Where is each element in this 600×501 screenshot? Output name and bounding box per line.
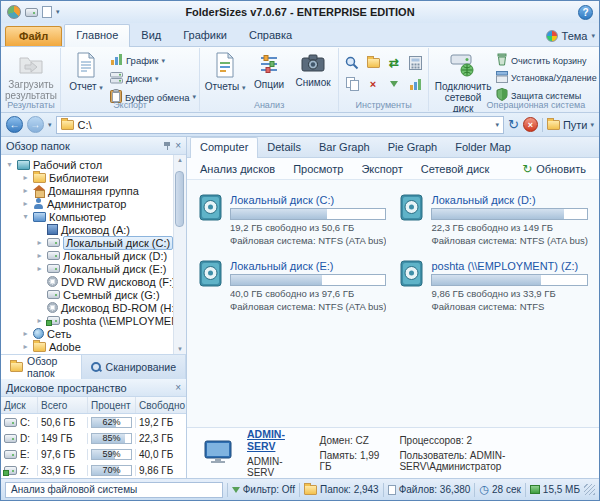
status-filter[interactable]: Фильтр: Off — [232, 484, 295, 495]
disk-row[interactable]: E: 97,6 ГБ 59% 40,0 ГБ — [1, 446, 186, 462]
col-total[interactable]: Всего — [38, 397, 88, 413]
options-button[interactable]: Опции — [249, 50, 289, 92]
menu-analyze-disks[interactable]: Анализ дисков — [191, 160, 284, 178]
col-free[interactable]: Свободно — [136, 397, 186, 413]
scrollbar-thumb[interactable] — [175, 171, 184, 227]
tab-folder-browser[interactable]: Обзор папок — [1, 355, 82, 379]
col-disk[interactable]: Диск — [1, 397, 38, 413]
tree-item-drive-c[interactable]: ▸ Локальный диск (C:) — [3, 236, 172, 249]
export-disks-button[interactable]: Диски▾ — [110, 71, 196, 86]
expander-icon[interactable]: ▾ — [21, 213, 30, 221]
scroll-down-icon[interactable]: ▼ — [177, 346, 183, 352]
tree-item-administrator[interactable]: ▸ Администратор — [3, 197, 172, 210]
tab-view[interactable]: Вид — [130, 25, 172, 46]
tab-computer[interactable]: Computer — [190, 137, 258, 158]
drive-name[interactable]: Локальный диск (C:) — [230, 194, 386, 206]
scroll-up-icon[interactable]: ▲ — [177, 157, 183, 163]
machine-name-link[interactable]: ADMIN-SERV — [247, 428, 306, 452]
expander-icon[interactable]: ▸ — [21, 174, 30, 182]
forward-button[interactable]: → — [27, 116, 44, 133]
paths-button[interactable]: Пути ▾ — [547, 119, 594, 131]
drive-name[interactable]: Локальный диск (E:) — [230, 260, 386, 272]
expander-icon[interactable]: ▸ — [21, 200, 30, 208]
tree-item-adobe[interactable]: ▸ Adobe — [3, 340, 172, 353]
back-button[interactable]: ← — [6, 116, 23, 133]
stop-icon[interactable]: × — [523, 117, 538, 132]
drive-card[interactable]: Локальный диск (D:) 22,3 ГБ свободно из … — [400, 194, 587, 256]
snapshot-button[interactable]: Снимок — [291, 50, 335, 90]
quick-disk-icon[interactable] — [25, 8, 38, 17]
empty-recycle-bin-button[interactable]: Очистить Корзину — [496, 53, 599, 68]
drive-card[interactable]: Локальный диск (C:) 19,2 ГБ свободно из … — [199, 194, 386, 256]
menu-export[interactable]: Экспорт — [352, 160, 411, 178]
drive-name[interactable]: Локальный диск (D:) — [431, 194, 587, 206]
reports-button[interactable]: Отчеты ▾ — [203, 50, 247, 95]
disk-row[interactable]: Z: 33,9 ГБ 70% 9,86 ГБ — [1, 462, 186, 478]
expander-icon[interactable]: ▸ — [35, 317, 44, 325]
tree-item-desktop[interactable]: ▾ Рабочий стол — [3, 158, 172, 171]
expander-icon[interactable]: ▸ — [35, 252, 44, 260]
tree-item-drive-z[interactable]: ▸ poshta (\\EMPLOYMENT) (Z:) — [3, 314, 172, 327]
close-panel-icon[interactable]: × — [175, 141, 181, 151]
tree-scrollbar[interactable]: ▲ ▼ — [173, 155, 186, 354]
tree-item-drive-g[interactable]: Съемный диск (G:) — [3, 288, 172, 301]
tab-scan[interactable]: Сканирование — [82, 355, 186, 379]
tree-item-drive-d[interactable]: ▸ Локальный диск (D:) — [3, 249, 172, 262]
chart-tool-icon[interactable] — [405, 74, 425, 94]
menu-network-drive[interactable]: Сетевой диск — [412, 160, 499, 178]
report-button[interactable]: Отчет ▾ — [64, 50, 108, 95]
help-button[interactable]: ? — [578, 5, 593, 20]
theme-button[interactable]: Тема — [562, 30, 588, 42]
address-chevron-icon[interactable]: ▾ — [495, 121, 499, 129]
history-chevron-icon[interactable]: ▾ — [48, 121, 52, 129]
tree-item-drive-h[interactable]: Дисковод BD-ROM (H:) — [3, 301, 172, 314]
expander-icon[interactable]: ▸ — [35, 239, 44, 247]
delete-tool-icon[interactable]: × — [363, 74, 383, 94]
tab-folder-map[interactable]: Folder Map — [446, 138, 520, 157]
export-chart-button[interactable]: График▾ — [110, 53, 196, 68]
tree-item-drive-a[interactable]: Дисковод (A:) — [3, 223, 172, 236]
tab-charts[interactable]: Графики — [172, 25, 238, 46]
quick-report-icon[interactable] — [42, 6, 52, 18]
close-panel-icon[interactable]: × — [175, 383, 181, 393]
sync-tool-icon[interactable]: ⇄ — [384, 53, 404, 73]
tree-item-libraries[interactable]: ▸ Библиотеки — [3, 171, 172, 184]
col-percent[interactable]: Процент — [88, 397, 136, 413]
theme-chevron-icon[interactable]: ▾ — [591, 32, 595, 40]
drive-card[interactable]: poshta (\\EMPLOYMENT) (Z:) 9,86 ГБ свобо… — [400, 260, 587, 322]
disk-row[interactable]: D: 149 ГБ 85% 22,3 ГБ — [1, 430, 186, 446]
quick-access-chevron-icon[interactable]: ▾ — [56, 8, 60, 16]
filter-tool-icon[interactable] — [384, 74, 404, 94]
tab-details[interactable]: Details — [258, 138, 310, 157]
menu-view[interactable]: Просмотр — [284, 160, 352, 178]
expander-icon[interactable]: ▾ — [5, 161, 14, 169]
refresh-button[interactable]: ↻ Обновить — [513, 160, 595, 178]
load-results-button[interactable]: Загрузить результаты — [5, 50, 57, 103]
tree-item-homegroup[interactable]: ▸ Домашняя группа — [3, 184, 172, 197]
disk-row[interactable]: C: 50,6 ГБ 62% 19,2 ГБ — [1, 414, 186, 430]
pin-icon[interactable] — [163, 141, 171, 151]
tree-item-computer[interactable]: ▾ Компьютер — [3, 210, 172, 223]
tab-pie-graph[interactable]: Pie Graph — [379, 138, 447, 157]
search-tool-icon[interactable] — [342, 53, 362, 73]
duplicates-tool-icon[interactable] — [342, 74, 362, 94]
folder-search-tool-icon[interactable] — [363, 53, 383, 73]
calculator-tool-icon[interactable] — [405, 53, 425, 73]
refresh-icon[interactable]: ↻ — [508, 118, 519, 131]
tree-item-drive-e[interactable]: ▸ Локальный диск (E:) — [3, 262, 172, 275]
tab-file[interactable]: Файл — [5, 26, 62, 46]
expander-icon[interactable]: ▸ — [35, 265, 44, 273]
tree-item-drive-f[interactable]: DVD RW дисковод (F:) — [3, 275, 172, 288]
expander-icon[interactable]: ▸ — [21, 330, 30, 338]
address-input[interactable]: C:\ ▾ — [56, 116, 504, 134]
expander-icon[interactable]: ▸ — [21, 343, 30, 351]
resize-grip[interactable] — [584, 484, 595, 495]
tab-home[interactable]: Главное — [64, 24, 130, 47]
tab-bar-graph[interactable]: Bar Graph — [310, 138, 379, 157]
drive-name[interactable]: poshta (\\EMPLOYMENT) (Z:) — [431, 260, 587, 272]
expander-icon[interactable]: ▸ — [21, 187, 30, 195]
drive-card[interactable]: Локальный диск (E:) 40,0 ГБ свободно из … — [199, 260, 386, 322]
add-remove-programs-button[interactable]: Установка/Удаление программ — [496, 71, 599, 85]
tab-help[interactable]: Справка — [238, 25, 303, 46]
tree-item-network[interactable]: ▸ Сеть — [3, 327, 172, 340]
